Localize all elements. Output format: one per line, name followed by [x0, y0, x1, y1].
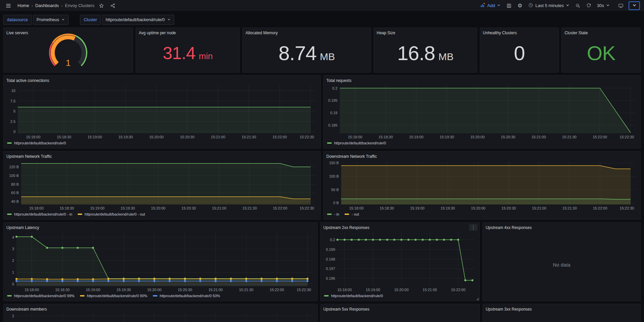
svg-text:40 B: 40 B [11, 199, 19, 203]
chevron-down-icon [606, 3, 610, 8]
cluster-select[interactable]: httproute/default/backend/rule/0 [102, 15, 174, 25]
panel-title[interactable]: Unhealthy Clusters [483, 30, 556, 36]
svg-text:80 B: 80 B [11, 182, 19, 186]
datasource-select[interactable]: Prometheus [33, 15, 68, 25]
favorite-star-button[interactable] [97, 1, 106, 10]
chart-legend[interactable]: - in- out [326, 211, 638, 217]
legend-item[interactable]: httproute/default/backend/rule/0 [324, 294, 383, 298]
svg-text:15:22:30: 15:22:30 [300, 135, 314, 139]
panel-title[interactable]: Total requests [326, 78, 638, 84]
collapse-toolbar-button[interactable] [629, 1, 640, 10]
datasource-label[interactable]: datasource [3, 15, 32, 25]
breadcrumb: Home › Dashboards › Envoy Clusters [17, 3, 94, 8]
breadcrumb-dashboards[interactable]: Dashboards [35, 3, 59, 8]
chart-legend[interactable]: httproute/default/backend/rule/0 - inhtt… [6, 211, 318, 217]
panel-downstream-members: Downstream members 215:18:0015:18:3015:1… [3, 304, 318, 322]
svg-text:0.19: 0.19 [330, 111, 337, 115]
panel-title[interactable]: Avg uptime per node [139, 30, 237, 36]
svg-text:15:21:00: 15:21:00 [532, 206, 546, 210]
panel-allocated-memory: Allocated Memory 8.74 MB [242, 28, 371, 73]
upstream-latency-chart[interactable]: 0123415:18:0015:18:3015:19:0015:19:3015:… [6, 231, 315, 293]
downstream-network-traffic-chart[interactable]: 0 B50 B100 B150 B15:18:0015:18:3015:19:0… [326, 159, 638, 211]
refresh-interval-dropdown[interactable]: 30s [595, 1, 612, 10]
svg-text:15:22:00: 15:22:00 [273, 206, 287, 210]
panel-title[interactable]: Upstream Network Traffic [6, 153, 318, 159]
svg-text:0.2: 0.2 [330, 238, 335, 242]
breadcrumb-current: Envoy Clusters [65, 3, 94, 8]
panel-title[interactable]: Upstream Latency [6, 225, 315, 231]
panel-upstream-2xx-responses: Upstream 2xx Responses ⋮ 0.1960.1970.198… [320, 222, 480, 301]
svg-text:15:22:30: 15:22:30 [300, 206, 314, 210]
total-active-connections-chart[interactable]: 02.557.51015:18:0015:18:3015:19:0015:19:… [6, 84, 318, 140]
dashboard-settings-button[interactable]: ⚙ [515, 1, 524, 10]
add-panel-button[interactable]: Add [478, 1, 503, 10]
legend-item[interactable]: httproute/default/backend/rule/0 50% [153, 294, 220, 298]
monitor-icon [618, 3, 624, 8]
add-chart-icon [480, 3, 485, 9]
legend-item[interactable]: httproute/default/backend/rule/0 - in [7, 212, 72, 216]
chevron-down-icon [497, 3, 501, 8]
cluster-label[interactable]: Cluster [80, 15, 101, 25]
time-range-picker[interactable]: Last 5 minutes [526, 1, 571, 10]
svg-text:15:22:00: 15:22:00 [593, 206, 607, 210]
legend-item[interactable]: - in [327, 212, 339, 216]
upstream-network-traffic-chart[interactable]: 40 B60 B80 B100 B120 B15:18:0015:18:3015… [6, 159, 318, 211]
svg-text:15:21:30: 15:21:30 [239, 288, 254, 292]
svg-text:100 B: 100 B [329, 174, 339, 178]
share-button[interactable] [108, 1, 117, 10]
panel-resize-handle[interactable] [476, 297, 479, 300]
save-dashboard-button[interactable] [505, 1, 513, 10]
svg-text:15:19:00: 15:19:00 [86, 288, 100, 292]
legend-item[interactable]: httproute/default/backend/rule/0 [327, 141, 386, 145]
panel-title[interactable]: Upstream 3xx Responses [486, 306, 638, 312]
panel-title[interactable]: Total active connections [6, 78, 318, 84]
menu-toggle-button[interactable] [4, 1, 13, 10]
time-range-label: Last 5 minutes [535, 3, 564, 8]
breadcrumb-home[interactable]: Home [17, 3, 29, 8]
chart-legend[interactable]: httproute/default/backend/rule/0 [6, 140, 318, 146]
chart-legend[interactable]: httproute/default/backend/rule/0 [323, 293, 477, 299]
legend-item[interactable]: httproute/default/backend/rule/0 - out [78, 212, 145, 216]
legend-item[interactable]: httproute/default/backend/rule/0 [7, 141, 66, 145]
svg-text:15:20:30: 15:20:30 [502, 206, 516, 210]
unhealthy-clusters-value: 0 [514, 42, 524, 65]
panel-title[interactable]: Heap Size [377, 30, 474, 36]
svg-text:15:22:00: 15:22:00 [273, 135, 287, 139]
chart-legend[interactable]: httproute/default/backend/rule/0 99%http… [6, 293, 315, 299]
kiosk-mode-button[interactable] [616, 1, 625, 10]
panel-title[interactable]: Downstream Network Traffic [326, 153, 638, 159]
svg-text:15:18:30: 15:18:30 [57, 135, 71, 139]
panel-menu-kebab-icon[interactable]: ⋮ [469, 224, 477, 231]
upstream-2xx-responses-chart[interactable]: 0.1960.1970.1980.1990.215:18:0015:19:001… [323, 231, 477, 293]
panel-title[interactable]: Upstream 2xx Responses [323, 225, 477, 231]
chart-legend[interactable]: httproute/default/backend/rule/0 [326, 140, 638, 146]
svg-text:5: 5 [13, 109, 15, 113]
heap-size-value: 16.8 [397, 42, 435, 65]
downstream-members-chart[interactable]: 215:18:0015:18:3015:19:0015:19:3015:20:0… [6, 312, 315, 322]
svg-text:15:19:00: 15:19:00 [90, 206, 104, 210]
legend-item[interactable]: - out [344, 212, 359, 216]
svg-text:2: 2 [12, 259, 14, 263]
svg-text:15:22:30: 15:22:30 [620, 206, 634, 210]
svg-text:0.197: 0.197 [326, 267, 335, 271]
svg-text:100 B: 100 B [9, 174, 19, 178]
zoom-out-button[interactable] [573, 1, 582, 10]
refresh-button[interactable] [584, 1, 593, 10]
legend-item[interactable]: httproute/default/backend/rule/0 90% [80, 294, 147, 298]
svg-text:15:19:30: 15:19:30 [119, 135, 133, 139]
chevron-down-icon [167, 17, 171, 22]
panel-title[interactable]: Allocated Memory [245, 30, 368, 36]
svg-text:15:19:00: 15:19:00 [409, 135, 423, 139]
panel-title[interactable]: Upstream 5xx Responses [323, 306, 477, 312]
refresh-icon [586, 3, 591, 8]
panel-title[interactable]: Downstream members [6, 306, 315, 312]
panel-title[interactable]: Upstream 4xx Responses [486, 225, 638, 231]
dashboard-grid: Live servers 1 Avg uptime per node 31. [0, 28, 644, 322]
svg-text:15:18:00: 15:18:00 [337, 288, 352, 292]
legend-item[interactable]: httproute/default/backend/rule/0 99% [7, 294, 75, 298]
svg-text:15:22:30: 15:22:30 [620, 135, 634, 139]
svg-text:15:20:30: 15:20:30 [501, 135, 515, 139]
panel-title[interactable]: Cluster State [564, 30, 638, 36]
total-requests-chart[interactable]: 0.1850.190.1950.215:18:0015:18:3015:19:0… [326, 84, 638, 140]
chevron-down-icon [61, 17, 65, 22]
